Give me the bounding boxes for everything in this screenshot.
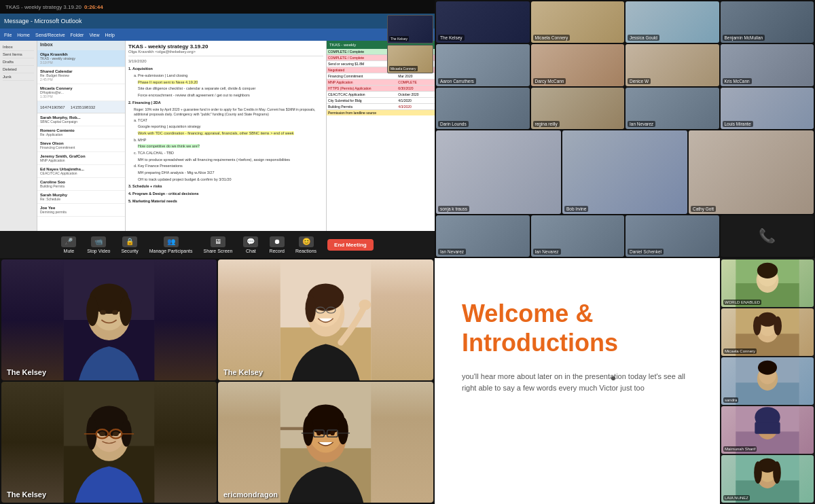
- email-reading-pane: TKAS - weekly strategy 3.19.20 Olga Kras…: [126, 41, 326, 231]
- ribbon-home: Home: [17, 33, 30, 37]
- gallery-cell-phone: 📞: [721, 215, 814, 257]
- email-item-sarah2[interactable]: Sarah Murphy Re: Schedule: [37, 191, 125, 204]
- email-item-romero[interactable]: Romero Contento Re: Application: [37, 126, 125, 139]
- meeting-timer: 0:26:44: [84, 4, 103, 10]
- gallery-label-ian2: Ian Nevarez: [438, 249, 466, 255]
- security-label: Security: [121, 249, 138, 253]
- folder-drafts[interactable]: Drafts: [3, 58, 34, 66]
- gallery-label-ian1: Ian Nevarez: [628, 121, 655, 127]
- reactions-icon: 😊: [299, 236, 314, 247]
- zoom-toolbar: 🎤 Mute 📹 Stop Video 🔒 Security 👥 Manage …: [0, 231, 435, 258]
- email-date-1: 2:45 PM: [40, 77, 122, 82]
- main-layout: TKAS - weekly strategy 3.19.20 0:26:44 M…: [0, 0, 815, 504]
- share-screen-icon: 🖥: [211, 236, 225, 247]
- sidebar-participant-world-enabled: WORLD ENABLED: [721, 259, 814, 307]
- share-screen-label: Share Screen: [204, 249, 233, 253]
- security-icon: 🔒: [122, 236, 137, 247]
- video-tile-eric: ericmondragon: [218, 382, 433, 503]
- email-date-0: 3:19 PM: [40, 60, 122, 65]
- video-tile-kelsey-2: The Kelsey: [218, 259, 433, 380]
- email-item-jeremy[interactable]: Jeremy Smith, GrafCon MNP Application: [37, 152, 125, 165]
- gallery-wrapper: The Kelsey Micaela Connery Jessica Gould…: [435, 0, 815, 258]
- email-item-joe[interactable]: Joe Yee Demining permits: [37, 204, 125, 217]
- email-subject-sarah: SBNC Capital Campaign: [40, 120, 122, 124]
- gallery-row-1: The Kelsey Micaela Connery Jessica Gould…: [436, 1, 814, 43]
- folder-sent[interactable]: Sent Items: [3, 51, 34, 58]
- video-tile-kelsey-3: The Kelsey: [1, 382, 217, 503]
- svg-point-18: [359, 300, 371, 310]
- phone-item[interactable]: 16474190567 14155198332: [37, 101, 125, 113]
- svg-rect-35: [280, 427, 303, 430]
- participants-button[interactable]: 👥 Manage Participants: [149, 236, 193, 253]
- chat-button[interactable]: 💬 Chat: [243, 236, 258, 253]
- email-item-1[interactable]: Shared Calendar Re: Budget Review 2:45 P…: [37, 67, 125, 84]
- gallery-label-aaron: Aaron Carruthers: [438, 78, 476, 84]
- zoom-status-bar: TKAS - weekly strategy 3.19.20 0:26:44: [0, 0, 435, 14]
- svg-point-6: [120, 295, 132, 326]
- gallery-cell-sonja: sonja k trauss: [436, 130, 561, 214]
- sidebar-participant-maimunah: Maimunah Sharif: [721, 406, 814, 454]
- gallery-view: The Kelsey Micaela Connery Jessica Gould…: [435, 0, 815, 258]
- gallery-label-bob: Bob Irvine: [564, 206, 588, 212]
- email-list-header: Inbox: [37, 41, 125, 50]
- sidebar-participant-micaela: Micaela Connery: [721, 308, 814, 356]
- email-item-2[interactable]: Micaela Connery DHopkins@sr... 1:30 PM: [37, 84, 125, 101]
- mini-tile-kelsey: The Kelsey: [387, 15, 433, 43]
- svg-point-58: [753, 317, 761, 336]
- gallery-cell-bob: Bob Irvine: [562, 130, 687, 214]
- gallery-row-4: sonja k trauss Bob Irvine Cathy Gott: [436, 130, 814, 214]
- video-label-kelsey-2: The Kelsey: [223, 368, 263, 376]
- svg-point-47: [330, 431, 335, 435]
- email-item-ed[interactable]: Ed Nayes Urbajimths... CEAC/TCAC Applica…: [37, 165, 125, 178]
- svg-point-64: [758, 361, 777, 375]
- folder-junk[interactable]: Junk: [3, 73, 34, 81]
- folder-inbox[interactable]: Inbox: [3, 43, 34, 51]
- reading-pane-header: TKAS - weekly strategy 3.19.20 Olga Kras…: [128, 43, 323, 56]
- bottom-right-panel: Welcome & Introductions you'll hear more…: [435, 258, 815, 504]
- video-label-kelsey-1: The Kelsey: [7, 368, 46, 376]
- mini-tile-micaela-label: Micaela Connery: [389, 66, 418, 71]
- mute-button[interactable]: 🎤 Mute: [61, 236, 76, 253]
- stop-video-button[interactable]: 📹 Stop Video: [87, 236, 110, 253]
- end-meeting-button[interactable]: End Meeting: [327, 239, 374, 251]
- email-item-0[interactable]: Olga Krasnikh TKAS - weekly strategy 3:1…: [37, 50, 125, 67]
- security-button[interactable]: 🔒 Security: [121, 236, 138, 253]
- share-screen-button[interactable]: 🖥 Share Screen: [204, 236, 233, 253]
- svg-point-8: [112, 310, 118, 315]
- record-button[interactable]: ⏺ Record: [269, 236, 285, 253]
- gallery-cell-kris: Kris McCann: [721, 44, 814, 86]
- stop-video-icon: 📹: [91, 236, 106, 247]
- face-svg-kelsey-1: [1, 259, 217, 380]
- gallery-cell-denice: Denice W: [626, 44, 719, 86]
- outlook-body: Inbox Sent Items Drafts Deleted Junk Inb…: [0, 41, 435, 231]
- svg-point-59: [774, 317, 782, 336]
- svg-point-46: [316, 431, 321, 435]
- svg-point-76: [754, 461, 762, 484]
- gallery-label-cathy: Cathy Gott: [691, 206, 716, 212]
- svg-point-40: [338, 417, 348, 444]
- outlook-window: Message - Microsoft Outlook File Home Se…: [0, 14, 435, 231]
- sidebar-label-laia: LAIA NUNEZ: [723, 495, 750, 501]
- gallery-cell-cathy: Cathy Gott: [689, 130, 814, 214]
- gallery-row-2: Aaron Carruthers Darcy McCann Denice W K…: [436, 44, 814, 86]
- email-item-steve[interactable]: Steve Olson Financing Commitment: [37, 139, 125, 152]
- svg-point-52: [757, 263, 778, 278]
- gallery-label-kelsey: The Kelsey: [438, 35, 465, 41]
- folder-deleted[interactable]: Deleted: [3, 66, 34, 73]
- email-item-caroline[interactable]: Caroline Soo Building Permits: [37, 178, 125, 191]
- email-item-sarah[interactable]: Sarah Murphy, Rob... SBNC Capital Campai…: [37, 113, 125, 126]
- svg-point-25: [121, 420, 132, 447]
- email-subject-sarah2: Re: Schedule: [40, 197, 122, 201]
- gallery-cell-ian3: Ian Nevarez: [531, 215, 625, 257]
- face-svg-kelsey-2: [218, 259, 433, 380]
- mini-tile-micaela: Micaela Connery: [387, 45, 433, 73]
- mute-label: Mute: [64, 249, 75, 253]
- gallery-label-jessica: Jessica Gould: [628, 35, 659, 41]
- sidebar-participant-laia: LAIA NUNEZ: [721, 455, 814, 503]
- meeting-title: TKAS - weekly strategy 3.19.20: [5, 4, 82, 10]
- reactions-button[interactable]: 😊 Reactions: [295, 236, 316, 253]
- face-svg-kelsey-3: [1, 382, 217, 503]
- record-icon: ⏺: [270, 236, 285, 247]
- outlook-ribbon: File Home Send/Receive Folder View Help: [0, 29, 435, 41]
- screen-share-panel: TKAS - weekly strategy 3.19.20 0:26:44 M…: [0, 0, 435, 258]
